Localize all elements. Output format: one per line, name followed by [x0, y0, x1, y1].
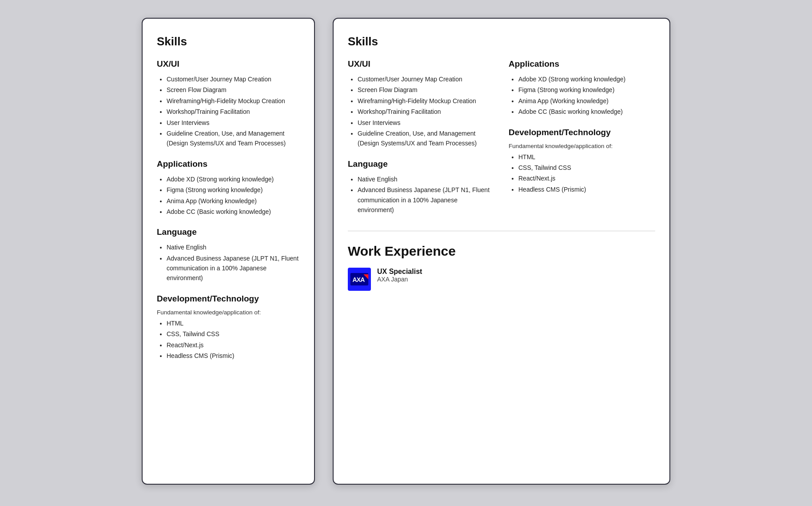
left-resume-card: Skills UX/UI Customer/User Journey Map C… [142, 18, 315, 485]
list-item: Workshop/Training Facilitation [358, 107, 494, 116]
right-resume-card: Skills UX/UI Customer/User Journey Map C… [333, 18, 670, 485]
left-applications-list: Adobe XD (Strong working knowledge) Figm… [157, 174, 300, 217]
list-item: Workshop/Training Facilitation [167, 107, 300, 116]
right-devtech-list: HTML CSS, Tailwind CSS React/Next.js Hea… [509, 152, 655, 195]
left-applications-heading: Applications [157, 159, 300, 169]
job-info: UX Specialist AXA Japan [377, 268, 422, 283]
list-item: Anima App (Working knowledge) [167, 196, 300, 206]
list-item: CSS, Tailwind CSS [167, 329, 300, 339]
right-language-list: Native English Advanced Business Japanes… [348, 174, 494, 215]
list-item: Guideline Creation, Use, and Management … [167, 129, 300, 149]
list-item: Screen Flow Diagram [167, 85, 300, 95]
list-item: React/Next.js [518, 173, 655, 183]
company-logo: AXA [348, 268, 371, 291]
list-item: Anima App (Working knowledge) [518, 96, 655, 106]
skills-two-col: UX/UI Customer/User Journey Map Creation… [348, 59, 655, 218]
list-item: Headless CMS (Prismic) [167, 351, 300, 361]
right-devtech-note: Fundamental knowledge/application of: [509, 143, 655, 149]
left-uxui-list: Customer/User Journey Map Creation Scree… [157, 74, 300, 149]
list-item: Figma (Strong working knowledge) [518, 85, 655, 95]
right-skills-title: Skills [348, 35, 655, 48]
left-devtech-note: Fundamental knowledge/application of: [157, 309, 300, 316]
left-uxui-heading: UX/UI [157, 59, 300, 69]
list-item: Guideline Creation, Use, and Management … [358, 129, 494, 149]
list-item: Native English [358, 174, 494, 184]
list-item: React/Next.js [167, 340, 300, 350]
list-item: Advanced Business Japanese (JLPT N1, Flu… [358, 185, 494, 215]
work-experience-title: Work Experience [348, 244, 655, 259]
list-item: Figma (Strong working knowledge) [167, 185, 300, 195]
skills-left-col: UX/UI Customer/User Journey Map Creation… [348, 59, 494, 218]
list-item: User Interviews [167, 118, 300, 128]
list-item: User Interviews [358, 118, 494, 128]
left-language-heading: Language [157, 227, 300, 237]
list-item: Screen Flow Diagram [358, 85, 494, 95]
list-item: Adobe XD (Strong working knowledge) [518, 74, 655, 84]
right-applications-heading: Applications [509, 59, 655, 69]
right-devtech-heading: Development/Technology [509, 128, 655, 137]
list-item: CSS, Tailwind CSS [518, 163, 655, 173]
left-skills-title: Skills [157, 35, 300, 48]
right-uxui-heading: UX/UI [348, 59, 494, 69]
list-item: Wireframing/High-Fidelity Mockup Creatio… [358, 96, 494, 106]
list-item: Adobe XD (Strong working knowledge) [167, 174, 300, 184]
section-divider [348, 231, 655, 231]
list-item: HTML [518, 152, 655, 162]
list-item: Customer/User Journey Map Creation [358, 74, 494, 84]
axa-logo-icon: AXA [350, 273, 369, 285]
list-item: Customer/User Journey Map Creation [167, 74, 300, 84]
list-item: Advanced Business Japanese (JLPT N1, Flu… [167, 253, 300, 283]
right-language-heading: Language [348, 159, 494, 169]
left-language-list: Native English Advanced Business Japanes… [157, 242, 300, 283]
job-entry: AXA UX Specialist AXA Japan [348, 268, 655, 291]
list-item: HTML [167, 318, 300, 328]
job-title: UX Specialist [377, 268, 422, 276]
list-item: Adobe CC (Basic working knowledge) [167, 207, 300, 217]
company-name: AXA Japan [377, 276, 422, 283]
list-item: Wireframing/High-Fidelity Mockup Creatio… [167, 96, 300, 106]
svg-text:AXA: AXA [352, 277, 365, 284]
list-item: Adobe CC (Basic working knowledge) [518, 107, 655, 116]
right-applications-list: Adobe XD (Strong working knowledge) Figm… [509, 74, 655, 117]
skills-right-col: Applications Adobe XD (Strong working kn… [509, 59, 655, 218]
list-item: Headless CMS (Prismic) [518, 185, 655, 194]
list-item: Native English [167, 242, 300, 252]
left-devtech-heading: Development/Technology [157, 294, 300, 304]
left-devtech-list: HTML CSS, Tailwind CSS React/Next.js Hea… [157, 318, 300, 361]
right-uxui-list: Customer/User Journey Map Creation Scree… [348, 74, 494, 149]
